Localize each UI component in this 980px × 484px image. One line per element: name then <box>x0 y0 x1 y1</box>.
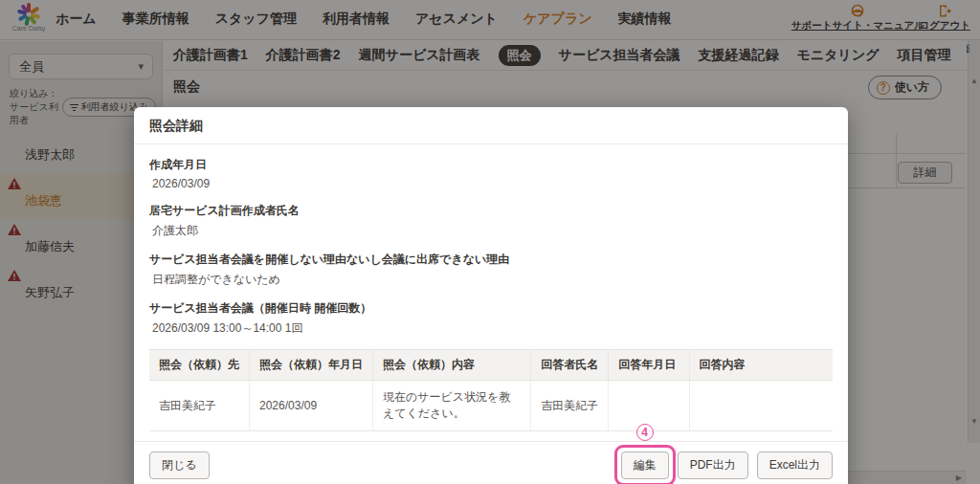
col-header-response-content: 回答内容 <box>689 350 833 381</box>
field-creation-date: 作成年月日 2026/03/09 <box>149 157 833 190</box>
cell-inquiry-content: 現在のサービス状況を教えてください。 <box>373 381 531 431</box>
pdf-export-button[interactable]: PDF出力 <box>678 451 748 479</box>
modal-body: 作成年月日 2026/03/09 居宅サービス計画作成者氏名 介護太郎 サービス… <box>134 144 848 441</box>
cell-inquiry-date: 2026/03/09 <box>250 381 373 431</box>
field-value: 介護太郎 <box>149 223 833 239</box>
field-label: サービス担当者会議（開催日時 開催回数） <box>149 300 833 317</box>
col-header-respondent-name: 回答者氏名 <box>531 350 609 381</box>
field-plan-author: 居宅サービス計画作成者氏名 介護太郎 <box>149 203 833 239</box>
field-value: 日程調整ができないため <box>149 272 833 288</box>
excel-export-button[interactable]: Excel出力 <box>757 451 833 479</box>
field-label: 作成年月日 <box>149 157 833 173</box>
inquiry-detail-modal: 照会詳細 作成年月日 2026/03/09 居宅サービス計画作成者氏名 介護太郎… <box>134 107 848 484</box>
col-header-response-date: 回答年月日 <box>609 350 689 381</box>
close-button[interactable]: 閉じる <box>149 451 210 479</box>
screen: Care Daisy ホーム 事業所情報 スタッフ管理 利用者情報 アセスメント… <box>0 0 980 484</box>
modal-footer-right: 4 編集 PDF出力 Excel出力 <box>621 451 833 479</box>
field-label: 居宅サービス計画作成者氏名 <box>149 203 833 219</box>
annotation-circle-4: 4 <box>636 424 654 441</box>
cell-respondent-name: 吉田美紀子 <box>531 381 609 431</box>
edit-button-highlight-wrap: 4 編集 <box>621 451 669 479</box>
col-header-inquiry-date: 照会（依頼）年月日 <box>250 350 373 381</box>
inquiry-table-header-row: 照会（依頼）先 照会（依頼）年月日 照会（依頼）内容 回答者氏名 回答年月日 回… <box>149 350 833 381</box>
inquiry-table: 照会（依頼）先 照会（依頼）年月日 照会（依頼）内容 回答者氏名 回答年月日 回… <box>149 349 833 431</box>
modal-title: 照会詳細 <box>149 118 203 133</box>
field-value: 2026/03/09 13:00～14:00 1回 <box>149 320 833 337</box>
field-meeting-datetime: サービス担当者会議（開催日時 開催回数） 2026/03/09 13:00～14… <box>149 300 833 337</box>
edit-button[interactable]: 編集 <box>621 451 669 479</box>
cell-response-date <box>609 381 689 431</box>
col-header-inquiry-target: 照会（依頼）先 <box>149 350 250 381</box>
field-label: サービス担当者会議を開催しない理由ないし会議に出席できない理由 <box>149 252 833 268</box>
cell-response-content <box>689 381 833 431</box>
field-no-meeting-reason: サービス担当者会議を開催しない理由ないし会議に出席できない理由 日程調整ができな… <box>149 252 833 288</box>
col-header-inquiry-content: 照会（依頼）内容 <box>373 350 531 381</box>
modal-header: 照会詳細 <box>134 107 848 144</box>
cell-inquiry-target: 吉田美紀子 <box>149 381 250 431</box>
modal-footer: 閉じる 4 編集 PDF出力 Excel出力 <box>134 441 848 484</box>
field-value: 2026/03/09 <box>149 177 833 190</box>
inquiry-table-row: 吉田美紀子 2026/03/09 現在のサービス状況を教えてください。 吉田美紀… <box>149 381 833 431</box>
